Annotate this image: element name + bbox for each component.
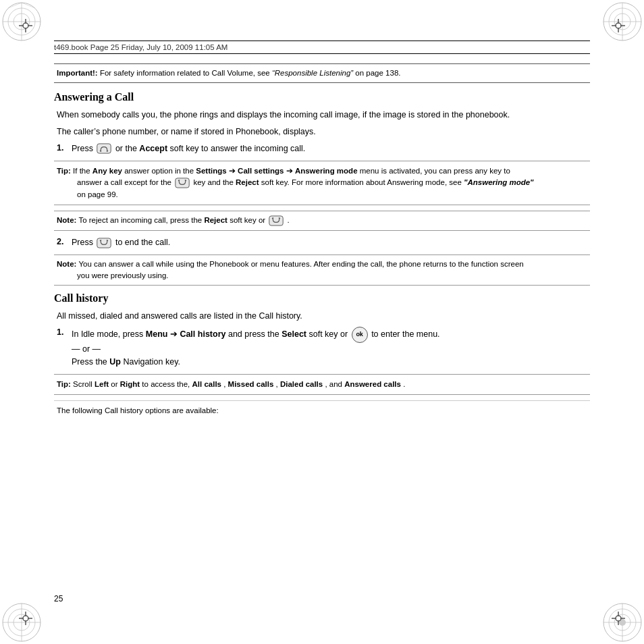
- tip2-text7: .: [403, 380, 405, 388]
- ch-menu: Menu: [146, 329, 168, 339]
- crosshair-bl: [19, 612, 32, 625]
- page-content: t469.book Page 25 Friday, July 10, 2009 …: [54, 41, 590, 603]
- note1-text3: .: [288, 216, 290, 224]
- end-call-icon-tip: [175, 177, 190, 189]
- answering-call-title: Answering a Call: [54, 91, 590, 103]
- end-call-icon-step2: [97, 237, 111, 249]
- header-bar: t469.book Page 25 Friday, July 10, 2009 …: [54, 41, 590, 54]
- call-history-body2: The following Call history options are a…: [57, 406, 219, 414]
- note1-reject: Reject: [204, 216, 227, 224]
- answering-step1: 1. Press or the Accept soft key to answe…: [54, 142, 590, 155]
- tip2-text3: to access the,: [142, 380, 192, 388]
- tip2-text2: or: [111, 380, 119, 388]
- tip-indent: answer a call except for the: [57, 177, 171, 188]
- tip-callsettings: Call settings: [238, 167, 284, 175]
- note-box-1: Note: To reject an incoming call, press …: [54, 211, 590, 231]
- ch-step1-num: 1.: [57, 327, 72, 337]
- tip2-text6: , and: [325, 380, 344, 388]
- step1-middle: or the: [115, 144, 139, 153]
- call-history-body2-box: The following Call history options are a…: [54, 400, 590, 421]
- svg-line-6: [22, 3, 35, 8]
- crosshair-tr: [612, 19, 625, 32]
- tip-box-2: Tip: Scroll Left or Right to access the,…: [54, 374, 590, 395]
- tip2-left: Left: [95, 380, 109, 388]
- step2-prefix: Press: [72, 238, 95, 247]
- ch-step1-text1: In Idle mode, press: [72, 329, 146, 339]
- ch-press-up-suffix: Navigation key.: [123, 357, 180, 367]
- tip-label-1: Tip:: [57, 167, 71, 175]
- ch-arrow: ➔: [170, 329, 180, 339]
- step2-num: 2.: [57, 236, 72, 246]
- tip2-dialedcalls: Dialed calls: [280, 380, 323, 388]
- tip2-missedcalls: Missed calls: [228, 380, 274, 388]
- svg-rect-44: [176, 178, 189, 188]
- answering-call-section: Answering a Call When somebody calls you…: [54, 91, 590, 286]
- page-number: 25: [54, 594, 63, 603]
- tip-text5: soft key. For more information about Ans…: [261, 178, 464, 186]
- tip-anykey: Any key: [92, 167, 122, 175]
- answering-body1: When somebody calls you, the phone rings…: [54, 109, 590, 122]
- tip-reject: Reject: [236, 178, 259, 186]
- important-label: Important!:: [57, 69, 98, 77]
- tip-link: "Answering mode": [464, 178, 534, 186]
- step1-accept-bold: Accept: [139, 144, 167, 153]
- tip-arrow2: ➔: [286, 167, 295, 175]
- tip2-answeredcalls: Answered calls: [344, 380, 401, 388]
- answering-step2: 2. Press to end the call.: [54, 236, 590, 249]
- tip-box-1: Tip: If the Any key answer option in the…: [54, 161, 590, 206]
- step1-num: 1.: [57, 142, 72, 153]
- tip-settings: Settings: [196, 167, 226, 175]
- end-call-icon-note1: [269, 215, 284, 227]
- crosshair-tl: [19, 19, 32, 32]
- ch-callhistory: Call history: [180, 329, 225, 339]
- ok-icon: ok: [352, 327, 368, 343]
- svg-line-5: [8, 3, 22, 8]
- tip2-text1: Scroll: [73, 380, 95, 388]
- answering-body2: The caller’s phone number, or name if st…: [54, 126, 590, 138]
- svg-point-28: [616, 23, 621, 28]
- tip-text4: key and the: [193, 178, 236, 186]
- svg-rect-45: [269, 216, 283, 225]
- tip2-allcalls: All calls: [192, 380, 221, 388]
- accept-call-icon: [97, 142, 111, 155]
- svg-rect-46: [97, 238, 111, 248]
- note1-text: To reject an incoming call, press the: [78, 216, 204, 224]
- ch-text4: to enter the menu.: [371, 329, 439, 339]
- step1-suffix: soft key to answer the incoming call.: [167, 144, 305, 153]
- call-history-title: Call history: [54, 292, 590, 304]
- step2-suffix: to end the call.: [115, 238, 170, 247]
- step1-content: Press or the Accept soft key to answer t…: [72, 142, 590, 155]
- header-text: t469.book Page 25 Friday, July 10, 2009 …: [54, 43, 227, 51]
- call-history-body1: All missed, dialed and answered calls ar…: [54, 310, 590, 323]
- important-box: Important!: For safety information relat…: [54, 63, 590, 83]
- tip-page: on page 99.: [57, 189, 118, 200]
- svg-rect-43: [97, 144, 111, 153]
- ch-press-up: Press the: [72, 357, 109, 367]
- ch-select: Select: [281, 329, 306, 339]
- important-text: For safety information related to Call V…: [100, 69, 272, 77]
- tip2-label: Tip:: [57, 380, 71, 388]
- tip-text2: answer option in the: [124, 167, 196, 175]
- ch-or-line: — or —: [72, 344, 101, 354]
- important-text2: on page 138.: [355, 69, 400, 77]
- tip-arrow1: ➔: [229, 167, 238, 175]
- ch-text2: and press the: [228, 329, 281, 339]
- svg-point-38: [616, 616, 621, 621]
- important-link: “Responsible Listening”: [272, 69, 353, 77]
- tip-answeringmode: Answering mode: [295, 167, 358, 175]
- ch-text3: soft key or: [309, 329, 350, 339]
- note-box-2: Note: You can answer a call while using …: [54, 254, 590, 286]
- call-history-step1: 1. In Idle mode, press Menu ➔ Call histo…: [54, 327, 590, 369]
- step2-content: Press to end the call.: [72, 236, 590, 249]
- svg-point-33: [23, 616, 28, 621]
- note1-text2: soft key or: [230, 216, 267, 224]
- step1-prefix: Press: [72, 144, 95, 153]
- call-history-section: Call history All missed, dialed and answ…: [54, 292, 590, 421]
- svg-point-23: [23, 23, 28, 28]
- note1-label: Note:: [57, 216, 76, 224]
- crosshair-br: [612, 612, 625, 625]
- note2-text: You can answer a call while using the Ph…: [78, 260, 523, 268]
- note2-text2: you were previously using.: [57, 270, 169, 281]
- tip-text1: If the: [73, 167, 92, 175]
- note2-label: Note:: [57, 260, 76, 268]
